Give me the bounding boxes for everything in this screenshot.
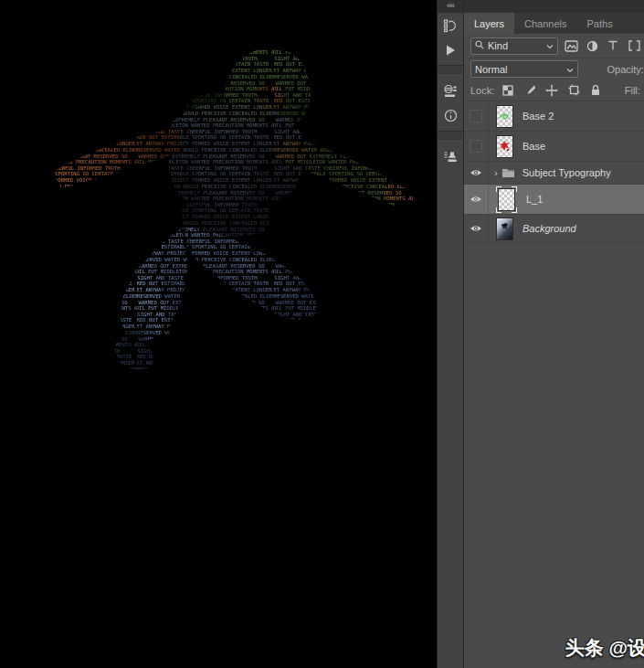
visibility-toggle[interactable] — [464, 101, 489, 131]
brush-settings-panel-icon[interactable] — [438, 79, 463, 103]
layer-thumbnail[interactable] — [496, 217, 513, 240]
filter-shape-layers-icon[interactable] — [626, 38, 642, 53]
info-panel-icon[interactable] — [438, 103, 463, 128]
tool-presets-panel-icon[interactable] — [438, 144, 463, 169]
eye-icon — [470, 224, 482, 233]
blend-mode-row: Normal Opacity: 100% — [464, 58, 644, 80]
collapse-panels-right-button[interactable]: »» — [464, 0, 644, 13]
layer-thumbnail[interactable] — [496, 186, 517, 213]
filter-adjustment-layers-icon[interactable] — [584, 38, 600, 53]
lock-transparency-icon[interactable] — [500, 83, 516, 98]
lock-artboard-icon[interactable] — [565, 83, 582, 98]
typography-portrait-artwork: RESERVED WATER WOULD PERCEIVE CONCEALED … — [0, 0, 437, 668]
layer-name[interactable]: Base 2 — [523, 111, 554, 122]
tab-layers[interactable]: Layers — [464, 13, 514, 34]
lock-position-icon[interactable] — [544, 83, 560, 98]
lock-label: Lock: — [470, 85, 494, 96]
visibility-toggle[interactable] — [464, 132, 489, 161]
layer-list-empty-area[interactable] — [464, 243, 644, 668]
actions-panel-icon[interactable] — [438, 37, 463, 62]
red-splat — [497, 136, 512, 157]
layer-row-l1[interactable]: L_1 — [464, 185, 644, 215]
lock-all-icon[interactable] — [587, 83, 604, 98]
photoshop-window: RESERVED WATER WOULD PERCEIVE CONCEALED … — [0, 0, 644, 668]
layer-name[interactable]: Subject Typography — [523, 167, 611, 178]
collapsed-panels-strip: «« — [437, 0, 463, 668]
history-panel-icon[interactable] — [438, 13, 463, 37]
filter-kind-value: Kind — [488, 40, 508, 51]
panel-group-divider — [438, 65, 463, 76]
folder-icon — [501, 167, 515, 178]
layer-filter-row: Kind — [464, 34, 644, 58]
panel-tab-bar: Layers Channels Paths — [464, 13, 644, 34]
layer-row-subject-typography[interactable]: › Subject Typography — [464, 162, 644, 185]
panel-group-divider — [438, 131, 463, 142]
eye-icon — [470, 195, 482, 204]
photo-figure — [497, 218, 512, 239]
document-canvas[interactable]: RESERVED WATER WOULD PERCEIVE CONCEALED … — [0, 0, 437, 668]
filter-kind-select[interactable]: Kind — [470, 37, 558, 55]
visibility-off-box — [470, 110, 482, 122]
tab-channels[interactable]: Channels — [514, 13, 576, 34]
filter-type-layers-icon[interactable] — [605, 38, 621, 53]
blend-mode-value: Normal — [475, 64, 507, 75]
watermark-text: 头条 @设绘谣 — [565, 635, 644, 661]
chevron-down-icon — [566, 64, 574, 75]
visibility-toggle[interactable] — [464, 162, 489, 184]
layer-thumbnail[interactable] — [496, 105, 513, 128]
blend-mode-select[interactable]: Normal — [470, 60, 578, 78]
layer-row-background[interactable]: Background — [464, 215, 644, 243]
layer-row-base[interactable]: Base — [464, 132, 644, 162]
fill-label: Fill: — [625, 85, 640, 96]
opacity-label: Opacity: — [607, 64, 644, 75]
layer-name[interactable]: Base — [523, 141, 545, 152]
visibility-toggle[interactable] — [464, 215, 489, 242]
search-icon — [475, 40, 484, 51]
green-scribble — [497, 106, 512, 127]
visibility-toggle[interactable] — [464, 185, 489, 214]
layer-name[interactable]: Background — [523, 223, 576, 234]
group-expander-icon[interactable]: › — [494, 167, 498, 178]
lock-pixels-icon[interactable] — [522, 83, 538, 98]
layer-thumbnail[interactable] — [496, 135, 513, 158]
layer-list: Base 2 Base — [464, 101, 644, 668]
collapse-panels-left-button[interactable]: «« — [438, 0, 463, 13]
layer-row-base-2[interactable]: Base 2 — [464, 101, 644, 132]
layer-name[interactable]: L_1 — [526, 194, 543, 205]
chevron-down-icon — [546, 40, 554, 51]
filter-pixel-layers-icon[interactable] — [563, 38, 579, 53]
lock-row: Lock: Fill: 100% — [464, 80, 644, 101]
visibility-off-box — [470, 140, 482, 153]
tab-paths[interactable]: Paths — [577, 13, 623, 34]
eye-icon — [470, 168, 482, 177]
layers-panel: »» Layers Channels Paths Kind — [463, 0, 644, 668]
